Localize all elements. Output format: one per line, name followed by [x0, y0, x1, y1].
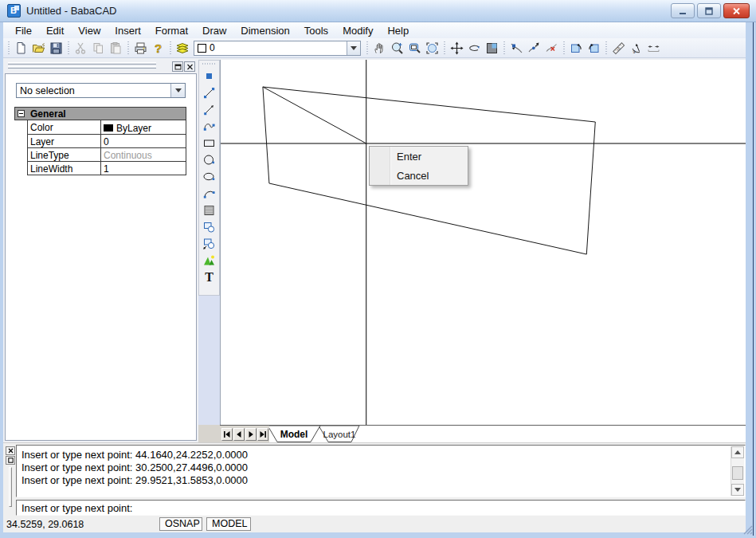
next-tab-button[interactable] [245, 428, 257, 441]
context-menu-item-enter[interactable]: Enter [370, 148, 468, 166]
arrow-down-icon [734, 488, 741, 492]
panel-close-button[interactable] [184, 61, 195, 72]
property-value[interactable]: 1 [101, 162, 186, 175]
menu-insert[interactable]: Insert [108, 23, 148, 38]
panel-maximize-button[interactable] [172, 61, 183, 72]
last-tab-button[interactable] [257, 428, 268, 441]
context-menu-item-cancel[interactable]: Cancel [370, 167, 468, 185]
property-value[interactable]: 0 [101, 135, 186, 147]
paste-button[interactable] [107, 39, 124, 57]
scrollbar-thumb[interactable] [732, 466, 743, 480]
property-value[interactable]: ByLayer [101, 120, 186, 134]
snap-tangent-button[interactable] [525, 39, 543, 57]
area-fill-button[interactable] [483, 39, 500, 57]
properties-panel-header[interactable] [5, 60, 197, 73]
zoom-extents-icon [425, 41, 439, 55]
polyline-button[interactable] [201, 118, 217, 135]
command-close-button[interactable] [6, 446, 15, 455]
ellipse-button[interactable] [201, 168, 217, 185]
menu-file[interactable]: File [8, 23, 39, 38]
rectangle-button[interactable] [201, 135, 217, 151]
circle-button[interactable] [201, 151, 217, 168]
print-button[interactable] [131, 39, 149, 57]
measure-length-button[interactable]: 10 [609, 39, 627, 57]
osnap-toggle[interactable]: OSNAP [159, 517, 202, 531]
property-group-header: General [14, 107, 186, 120]
measure-angle-button[interactable]: 9 [627, 39, 644, 57]
layer-combobox[interactable]: 0 [194, 41, 361, 56]
command-gripper[interactable] [9, 467, 12, 507]
maximize-button[interactable] [697, 3, 721, 18]
menu-format[interactable]: Format [148, 23, 195, 38]
pan-button[interactable] [370, 39, 388, 57]
menu-tools[interactable]: Tools [297, 23, 335, 38]
move-button[interactable] [448, 39, 465, 57]
layers-button[interactable] [174, 39, 191, 57]
selection-combobox-arrow[interactable] [170, 84, 185, 97]
arc-button[interactable] [201, 185, 217, 202]
resize-grip[interactable] [743, 525, 753, 535]
rotate-3d-icon [468, 41, 481, 55]
rotate-3d-button[interactable] [465, 39, 483, 57]
color-swatch [104, 124, 113, 132]
insert-block-button[interactable] [201, 235, 217, 252]
command-history-line: Insert or type next point: 44.1640,24.22… [17, 448, 745, 461]
copy-button[interactable] [89, 39, 107, 57]
menu-draw[interactable]: Draw [195, 23, 233, 38]
scroll-down-button[interactable] [731, 484, 744, 496]
minimize-button[interactable] [671, 3, 695, 18]
panel-gripper [8, 66, 156, 69]
context-menu: Enter Cancel [369, 146, 468, 186]
image-button[interactable] [201, 252, 217, 269]
previous-tab-button[interactable] [233, 428, 245, 441]
history-scrollbar[interactable] [731, 446, 744, 496]
menu-edit[interactable]: Edit [39, 23, 71, 38]
selection-combobox[interactable]: No selection [16, 83, 186, 98]
snap-nearest-button[interactable] [507, 39, 525, 57]
command-maximize-button[interactable] [6, 456, 15, 465]
tab-model-label[interactable]: Model [280, 429, 308, 440]
help-button[interactable]: ? [149, 39, 166, 57]
model-toggle[interactable]: MODEL [206, 517, 251, 531]
text-icon: T [202, 270, 216, 284]
block-button[interactable] [201, 218, 217, 235]
toolbar-gripper [65, 40, 71, 56]
menu-dimension[interactable]: Dimension [233, 23, 296, 38]
collapse-icon[interactable] [18, 110, 25, 117]
text-button[interactable]: T [201, 269, 217, 285]
save-button[interactable] [47, 39, 65, 57]
menu-view[interactable]: View [71, 23, 108, 38]
line-button[interactable] [201, 84, 217, 101]
open-button[interactable] [29, 39, 47, 57]
measure-distance-button[interactable] [644, 39, 662, 57]
drawing-canvas[interactable]: Enter Cancel [220, 60, 746, 425]
command-input[interactable] [16, 500, 746, 516]
point-button[interactable] [201, 68, 217, 84]
dock-area [198, 296, 220, 425]
zoom-extents-button[interactable] [423, 39, 441, 57]
rotate-block-right-button[interactable] [585, 39, 602, 57]
ray-icon [202, 103, 216, 116]
rotate-block-right-icon [587, 41, 601, 55]
hatch-button[interactable] [201, 202, 217, 218]
rotate-block-left-button[interactable] [567, 39, 585, 57]
snap-off-button[interactable] [543, 39, 560, 57]
scroll-up-button[interactable] [731, 446, 744, 458]
tab-layout1-label[interactable]: Layout1 [323, 430, 356, 439]
layer-combobox-arrow[interactable] [347, 41, 360, 55]
menu-help[interactable]: Help [380, 23, 416, 38]
close-button[interactable] [723, 3, 750, 18]
property-row-linewidth: LineWidth 1 [28, 161, 186, 175]
command-history-line: Insert or type next point: 30.2500,27.44… [17, 461, 745, 473]
property-value[interactable]: Continuous [101, 148, 186, 161]
zoom-window-icon [408, 41, 421, 55]
cut-scissors-icon [74, 41, 88, 55]
zoom-realtime-button[interactable] [388, 39, 405, 57]
zoom-window-button[interactable] [405, 39, 423, 57]
last-tab-icon [259, 430, 267, 438]
cut-button[interactable] [72, 39, 89, 57]
menu-modify[interactable]: Modify [335, 23, 380, 38]
new-button[interactable] [12, 39, 29, 57]
ray-button[interactable] [201, 101, 217, 118]
first-tab-button[interactable] [221, 428, 233, 441]
